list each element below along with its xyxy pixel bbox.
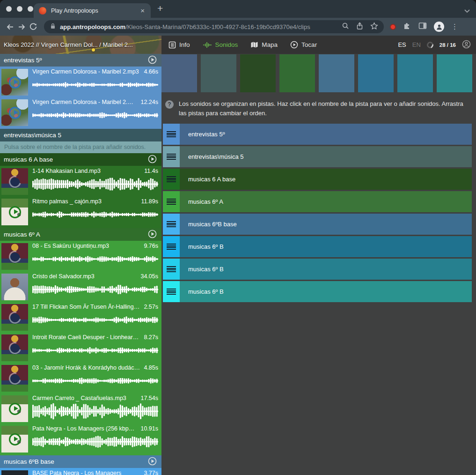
- audio-clip[interactable]: Pata Negra - Los Managers (256 kbps).mp3…: [1, 425, 161, 454]
- play-overlay-icon: [7, 340, 23, 356]
- track-name-button[interactable]: musicas 6º B: [180, 281, 472, 302]
- audio-clip[interactable]: 1-14 Khakasian Land.mp311.4s: [1, 167, 161, 196]
- clip-thumbnail[interactable]: [1, 168, 28, 195]
- clip-thumbnail[interactable]: [1, 69, 28, 96]
- track-color-square[interactable]: [201, 54, 236, 92]
- tab-mapa[interactable]: Mapa: [250, 41, 278, 48]
- audio-clip[interactable]: Virgen Carmen Dolorosa - Maribel 2.mp34.…: [1, 68, 161, 97]
- clip-thumbnail[interactable]: [1, 304, 28, 331]
- clip-thumbnail[interactable]: [1, 426, 28, 453]
- track-color-square[interactable]: [437, 54, 472, 92]
- drag-grip-icon: [167, 176, 176, 182]
- clip-thumbnail[interactable]: [1, 274, 28, 300]
- track-drag-handle[interactable]: [163, 124, 180, 145]
- track-name-button[interactable]: musicas 6 A base: [180, 169, 472, 190]
- lang-en-button[interactable]: EN: [412, 41, 421, 48]
- track-name-button[interactable]: musicas 6º B: [180, 236, 472, 257]
- track-name-button[interactable]: entrevistas 5º: [180, 124, 472, 145]
- track-name-button[interactable]: musicas 6º B: [180, 259, 472, 280]
- play-track-icon[interactable]: [148, 55, 157, 66]
- minimize-window-button[interactable]: [17, 6, 22, 12]
- audio-clip[interactable]: Introit Rorate Caeli Desuper - Lionheart…: [1, 334, 161, 363]
- audio-clip[interactable]: 08 - Es Sakūru Uguntiņu.mp39.76s: [1, 242, 161, 271]
- play-track-icon[interactable]: [148, 230, 157, 240]
- track-color-square[interactable]: [279, 54, 315, 92]
- extensions-puzzle-icon[interactable]: [403, 22, 411, 32]
- browser-menu-icon[interactable]: ⋮: [451, 22, 458, 31]
- track-drag-handle[interactable]: [163, 191, 180, 212]
- forward-button[interactable]: [17, 22, 26, 31]
- track-section-header[interactable]: musicas 6 A base: [0, 153, 161, 166]
- audio-clip[interactable]: 03 - Jaromír Horák & Konrádyho dudácká .…: [1, 364, 161, 393]
- clip-meta: BASE Pata Negra - Los Managers3.77s: [28, 469, 161, 475]
- back-button[interactable]: [6, 22, 15, 31]
- tab-tocar[interactable]: Tocar: [290, 41, 317, 49]
- track-section-header[interactable]: entrevistas\música 5: [0, 129, 161, 141]
- clip-name: Ritmo palmas _ cajón.mp3: [32, 198, 102, 205]
- new-tab-button[interactable]: +: [157, 3, 163, 14]
- close-window-button[interactable]: [6, 6, 12, 12]
- breadcrumb[interactable]: Kleos 2022 // Virgen Carmen Dol... / Mar…: [0, 36, 161, 54]
- track-drag-handle[interactable]: [163, 259, 180, 280]
- audio-clip[interactable]: BASE Pata Negra - Los Managers3.77s: [1, 469, 161, 475]
- track-name: musicas 6ºB base: [188, 221, 237, 228]
- track-drag-handle[interactable]: [163, 169, 180, 190]
- clip-thumbnail[interactable]: [1, 365, 28, 392]
- track-color-square[interactable]: [240, 54, 276, 92]
- tab-sonidos[interactable]: Sonidos: [203, 41, 238, 49]
- audio-clip[interactable]: 17 Till Flickan Som Är Tusen År-Halling …: [1, 303, 161, 332]
- clip-header: Virgen Carmen Dolorosa - Maribel 2.mp34.…: [32, 68, 158, 75]
- track-row: musicas 6ºB base: [163, 214, 472, 235]
- clip-thumbnail[interactable]: [1, 334, 28, 361]
- lang-es-button[interactable]: ES: [398, 41, 406, 48]
- track-name: entrevistas 5º: [188, 131, 225, 138]
- track-drag-handle[interactable]: [163, 214, 180, 235]
- track-color-square[interactable]: [161, 54, 197, 92]
- address-bar[interactable]: app.antropoloops.com/Kleos-Santa-Marina/…: [44, 20, 384, 33]
- clip-thumbnail[interactable]: [1, 243, 28, 270]
- account-icon[interactable]: [462, 40, 471, 50]
- track-drag-handle[interactable]: [163, 236, 180, 257]
- browser-tab[interactable]: Play Antropoloops ×: [34, 3, 151, 18]
- clip-thumbnail[interactable]: [1, 199, 28, 225]
- track-section-header[interactable]: musicas 6ºB base: [0, 455, 161, 468]
- track-section-header[interactable]: musicas 6º A: [0, 228, 161, 241]
- track-drag-handle[interactable]: [163, 146, 180, 167]
- tab-info[interactable]: Info: [168, 41, 190, 49]
- track-drag-handle[interactable]: [163, 281, 180, 302]
- audio-clip[interactable]: Ritmo palmas _ cajón.mp311.89s: [1, 198, 161, 227]
- tab-search-chevron-icon[interactable]: [464, 7, 470, 15]
- play-track-icon[interactable]: [148, 457, 157, 467]
- clip-thumbnail[interactable]: [1, 99, 28, 126]
- reload-button[interactable]: [29, 22, 37, 31]
- clip-name: 17 Till Flickan Som Är Tusen År-Halling …: [32, 304, 140, 310]
- track-color-square[interactable]: [397, 54, 433, 92]
- tab-close-icon[interactable]: ×: [139, 7, 146, 14]
- waveform: [32, 402, 158, 421]
- track-name-button[interactable]: musicas 6ºB base: [180, 214, 472, 235]
- clip-meta: 08 - Es Sakūru Uguntiņu.mp39.76s: [28, 242, 161, 271]
- track-name: musicas 6º B: [188, 243, 224, 250]
- bookmark-star-icon[interactable]: [370, 22, 378, 32]
- zoom-page-icon[interactable]: [342, 22, 349, 31]
- side-panel-icon[interactable]: [418, 22, 427, 31]
- track-color-square[interactable]: [319, 54, 354, 92]
- clip-thumbnail[interactable]: [1, 470, 28, 475]
- recording-extension-icon[interactable]: [390, 24, 396, 30]
- zoom-window-button[interactable]: [28, 6, 33, 12]
- track-name-button[interactable]: entrevistas\música 5: [180, 146, 472, 167]
- play-track-icon[interactable]: [148, 155, 157, 165]
- audio-clip[interactable]: Virgen Carmen Dolorosa - Maribel 2.mp312…: [1, 98, 161, 127]
- track-section-header[interactable]: entrevistas 5º: [0, 54, 161, 67]
- clip-thumbnail[interactable]: [1, 395, 28, 422]
- waveform: [32, 106, 158, 125]
- tab-title: Play Antropoloops: [51, 7, 139, 14]
- track-name-button[interactable]: musicas 6º A: [180, 191, 472, 212]
- lock-icon[interactable]: [50, 22, 56, 31]
- profile-avatar[interactable]: [434, 22, 444, 32]
- audio-clip[interactable]: Cristo del Salvador.mp334.05s: [1, 273, 161, 302]
- track-color-square[interactable]: [358, 54, 394, 92]
- clip-header: Pata Negra - Los Managers (256 kbps).mp3…: [32, 425, 158, 432]
- audio-clip[interactable]: Carmen Carreto _ Castañuelas.mp317.54s: [1, 394, 161, 423]
- share-icon[interactable]: [356, 22, 363, 32]
